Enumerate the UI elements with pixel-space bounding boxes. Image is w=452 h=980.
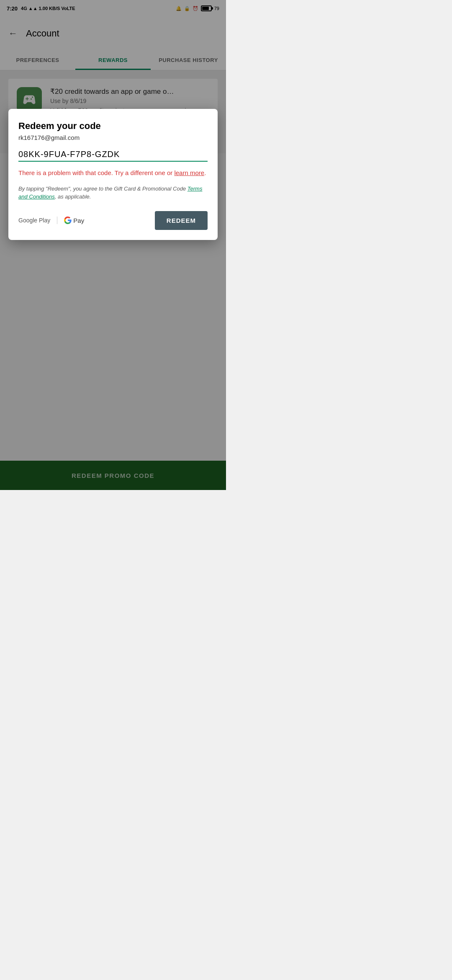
google-branding: Google Play Pay (18, 217, 84, 224)
dialog-email: rk167176@gmail.com (18, 134, 208, 141)
dialog-title: Redeem your code (18, 121, 208, 132)
gpay-text-label: Pay (73, 217, 84, 224)
g-logo-icon (64, 217, 72, 224)
modal-overlay (0, 0, 226, 490)
terms-suffix: , as applicable. (55, 193, 91, 200)
gpay-label: Pay (64, 217, 84, 224)
branding-divider (57, 217, 57, 224)
error-suffix: . (204, 169, 206, 176)
redeem-dialog: Redeem your code rk167176@gmail.com Ther… (8, 109, 218, 240)
code-input[interactable] (18, 150, 208, 159)
error-text: There is a problem with that code. Try a… (18, 169, 174, 176)
error-message: There is a problem with that code. Try a… (18, 168, 208, 178)
learn-more-link[interactable]: learn more (174, 169, 204, 176)
terms-text: By tapping "Redeem", you agree to the Gi… (18, 185, 208, 201)
redeem-button[interactable]: REDEEM (155, 211, 208, 230)
dialog-footer: Google Play Pay REDEEM (18, 211, 208, 230)
terms-prefix: By tapping "Redeem", you agree to the Gi… (18, 186, 187, 192)
code-input-container[interactable] (18, 150, 208, 162)
google-play-label: Google Play (18, 217, 50, 224)
